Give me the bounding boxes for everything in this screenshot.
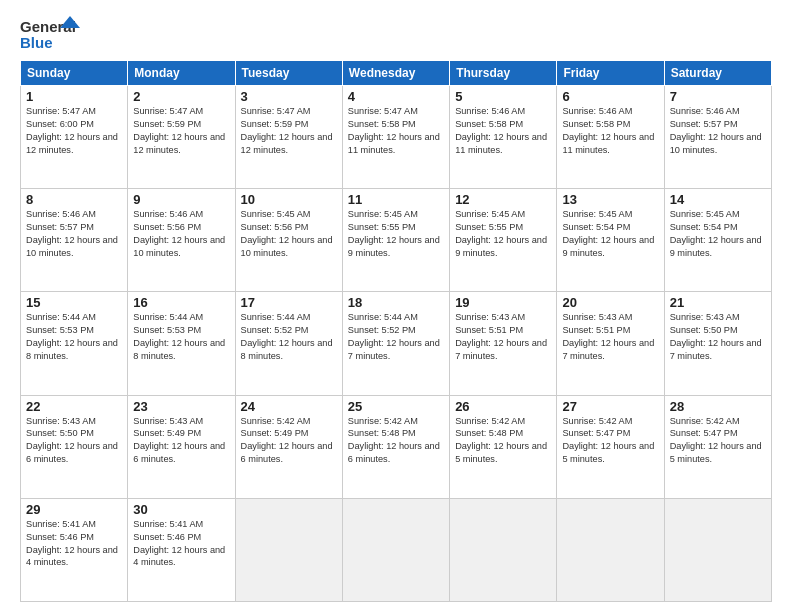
day-info: Sunrise: 5:42 AMSunset: 5:49 PMDaylight:…: [241, 415, 337, 467]
day-info: Sunrise: 5:44 AMSunset: 5:53 PMDaylight:…: [133, 311, 229, 363]
day-info: Sunrise: 5:43 AMSunset: 5:50 PMDaylight:…: [670, 311, 766, 363]
day-info: Sunrise: 5:44 AMSunset: 5:53 PMDaylight:…: [26, 311, 122, 363]
day-info: Sunrise: 5:45 AMSunset: 5:55 PMDaylight:…: [455, 208, 551, 260]
day-info: Sunrise: 5:42 AMSunset: 5:47 PMDaylight:…: [562, 415, 658, 467]
day-info: Sunrise: 5:47 AMSunset: 5:59 PMDaylight:…: [241, 105, 337, 157]
calendar-cell: 24Sunrise: 5:42 AMSunset: 5:49 PMDayligh…: [235, 395, 342, 498]
calendar-cell: 29Sunrise: 5:41 AMSunset: 5:46 PMDayligh…: [21, 498, 128, 601]
day-info: Sunrise: 5:45 AMSunset: 5:56 PMDaylight:…: [241, 208, 337, 260]
weekday-header-thursday: Thursday: [450, 61, 557, 86]
day-info: Sunrise: 5:46 AMSunset: 5:58 PMDaylight:…: [562, 105, 658, 157]
day-number: 20: [562, 295, 658, 310]
weekday-row: SundayMondayTuesdayWednesdayThursdayFrid…: [21, 61, 772, 86]
calendar-cell: 4Sunrise: 5:47 AMSunset: 5:58 PMDaylight…: [342, 86, 449, 189]
calendar-cell: 20Sunrise: 5:43 AMSunset: 5:51 PMDayligh…: [557, 292, 664, 395]
calendar-cell: 15Sunrise: 5:44 AMSunset: 5:53 PMDayligh…: [21, 292, 128, 395]
day-number: 8: [26, 192, 122, 207]
day-number: 15: [26, 295, 122, 310]
weekday-header-tuesday: Tuesday: [235, 61, 342, 86]
day-number: 2: [133, 89, 229, 104]
calendar-cell: [450, 498, 557, 601]
day-number: 7: [670, 89, 766, 104]
day-number: 22: [26, 399, 122, 414]
calendar-cell: 27Sunrise: 5:42 AMSunset: 5:47 PMDayligh…: [557, 395, 664, 498]
day-info: Sunrise: 5:47 AMSunset: 6:00 PMDaylight:…: [26, 105, 122, 157]
day-info: Sunrise: 5:41 AMSunset: 5:46 PMDaylight:…: [133, 518, 229, 570]
calendar-cell: 11Sunrise: 5:45 AMSunset: 5:55 PMDayligh…: [342, 189, 449, 292]
calendar-body: 1Sunrise: 5:47 AMSunset: 6:00 PMDaylight…: [21, 86, 772, 602]
calendar-header: SundayMondayTuesdayWednesdayThursdayFrid…: [21, 61, 772, 86]
day-number: 19: [455, 295, 551, 310]
day-info: Sunrise: 5:42 AMSunset: 5:48 PMDaylight:…: [348, 415, 444, 467]
calendar-cell: 16Sunrise: 5:44 AMSunset: 5:53 PMDayligh…: [128, 292, 235, 395]
week-row-3: 15Sunrise: 5:44 AMSunset: 5:53 PMDayligh…: [21, 292, 772, 395]
weekday-header-monday: Monday: [128, 61, 235, 86]
day-number: 23: [133, 399, 229, 414]
day-info: Sunrise: 5:41 AMSunset: 5:46 PMDaylight:…: [26, 518, 122, 570]
calendar-cell: 26Sunrise: 5:42 AMSunset: 5:48 PMDayligh…: [450, 395, 557, 498]
day-number: 17: [241, 295, 337, 310]
weekday-header-wednesday: Wednesday: [342, 61, 449, 86]
calendar-cell: 2Sunrise: 5:47 AMSunset: 5:59 PMDaylight…: [128, 86, 235, 189]
calendar-cell: [557, 498, 664, 601]
day-number: 9: [133, 192, 229, 207]
calendar-cell: 8Sunrise: 5:46 AMSunset: 5:57 PMDaylight…: [21, 189, 128, 292]
calendar-cell: 1Sunrise: 5:47 AMSunset: 6:00 PMDaylight…: [21, 86, 128, 189]
day-number: 25: [348, 399, 444, 414]
day-number: 12: [455, 192, 551, 207]
week-row-4: 22Sunrise: 5:43 AMSunset: 5:50 PMDayligh…: [21, 395, 772, 498]
day-number: 27: [562, 399, 658, 414]
day-number: 6: [562, 89, 658, 104]
day-number: 21: [670, 295, 766, 310]
day-number: 24: [241, 399, 337, 414]
weekday-header-sunday: Sunday: [21, 61, 128, 86]
day-number: 26: [455, 399, 551, 414]
day-info: Sunrise: 5:44 AMSunset: 5:52 PMDaylight:…: [241, 311, 337, 363]
header: GeneralBlue: [20, 16, 772, 52]
calendar-cell: 22Sunrise: 5:43 AMSunset: 5:50 PMDayligh…: [21, 395, 128, 498]
day-number: 30: [133, 502, 229, 517]
day-info: Sunrise: 5:46 AMSunset: 5:57 PMDaylight:…: [670, 105, 766, 157]
calendar-cell: 23Sunrise: 5:43 AMSunset: 5:49 PMDayligh…: [128, 395, 235, 498]
day-number: 29: [26, 502, 122, 517]
logo-svg: GeneralBlue: [20, 16, 80, 52]
day-number: 4: [348, 89, 444, 104]
day-info: Sunrise: 5:45 AMSunset: 5:54 PMDaylight:…: [562, 208, 658, 260]
logo: GeneralBlue: [20, 16, 80, 52]
week-row-5: 29Sunrise: 5:41 AMSunset: 5:46 PMDayligh…: [21, 498, 772, 601]
week-row-2: 8Sunrise: 5:46 AMSunset: 5:57 PMDaylight…: [21, 189, 772, 292]
day-info: Sunrise: 5:43 AMSunset: 5:51 PMDaylight:…: [455, 311, 551, 363]
day-info: Sunrise: 5:44 AMSunset: 5:52 PMDaylight:…: [348, 311, 444, 363]
day-info: Sunrise: 5:46 AMSunset: 5:57 PMDaylight:…: [26, 208, 122, 260]
svg-text:Blue: Blue: [20, 34, 53, 51]
calendar-cell: 7Sunrise: 5:46 AMSunset: 5:57 PMDaylight…: [664, 86, 771, 189]
calendar-cell: 3Sunrise: 5:47 AMSunset: 5:59 PMDaylight…: [235, 86, 342, 189]
calendar-cell: 12Sunrise: 5:45 AMSunset: 5:55 PMDayligh…: [450, 189, 557, 292]
day-number: 11: [348, 192, 444, 207]
calendar-table: SundayMondayTuesdayWednesdayThursdayFrid…: [20, 60, 772, 602]
calendar-cell: 25Sunrise: 5:42 AMSunset: 5:48 PMDayligh…: [342, 395, 449, 498]
day-info: Sunrise: 5:43 AMSunset: 5:49 PMDaylight:…: [133, 415, 229, 467]
calendar-cell: 10Sunrise: 5:45 AMSunset: 5:56 PMDayligh…: [235, 189, 342, 292]
day-info: Sunrise: 5:42 AMSunset: 5:47 PMDaylight:…: [670, 415, 766, 467]
calendar-cell: 5Sunrise: 5:46 AMSunset: 5:58 PMDaylight…: [450, 86, 557, 189]
day-number: 13: [562, 192, 658, 207]
weekday-header-saturday: Saturday: [664, 61, 771, 86]
calendar-cell: [664, 498, 771, 601]
calendar-cell: [342, 498, 449, 601]
calendar-cell: 14Sunrise: 5:45 AMSunset: 5:54 PMDayligh…: [664, 189, 771, 292]
day-info: Sunrise: 5:43 AMSunset: 5:50 PMDaylight:…: [26, 415, 122, 467]
day-info: Sunrise: 5:47 AMSunset: 5:58 PMDaylight:…: [348, 105, 444, 157]
calendar-cell: 19Sunrise: 5:43 AMSunset: 5:51 PMDayligh…: [450, 292, 557, 395]
day-info: Sunrise: 5:45 AMSunset: 5:54 PMDaylight:…: [670, 208, 766, 260]
day-info: Sunrise: 5:46 AMSunset: 5:56 PMDaylight:…: [133, 208, 229, 260]
day-number: 16: [133, 295, 229, 310]
calendar-cell: 28Sunrise: 5:42 AMSunset: 5:47 PMDayligh…: [664, 395, 771, 498]
day-number: 1: [26, 89, 122, 104]
day-number: 5: [455, 89, 551, 104]
calendar-cell: 6Sunrise: 5:46 AMSunset: 5:58 PMDaylight…: [557, 86, 664, 189]
day-number: 14: [670, 192, 766, 207]
calendar-cell: 18Sunrise: 5:44 AMSunset: 5:52 PMDayligh…: [342, 292, 449, 395]
day-info: Sunrise: 5:47 AMSunset: 5:59 PMDaylight:…: [133, 105, 229, 157]
day-number: 18: [348, 295, 444, 310]
